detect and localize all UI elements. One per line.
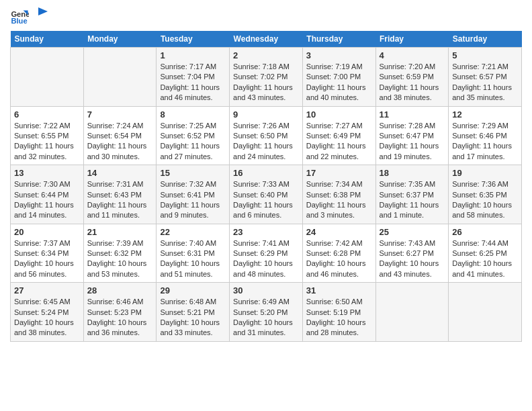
weekday-header-row: SundayMondayTuesdayWednesdayThursdayFrid… <box>11 31 522 48</box>
day-number: 28 <box>87 285 153 295</box>
day-number: 1 <box>160 50 226 60</box>
calendar-cell <box>11 48 84 107</box>
day-number: 24 <box>306 227 372 237</box>
day-info: Sunrise: 7:24 AM Sunset: 6:54 PM Dayligh… <box>87 121 153 163</box>
day-info: Sunrise: 7:21 AM Sunset: 6:57 PM Dayligh… <box>452 62 518 103</box>
calendar-cell: 9Sunrise: 7:26 AM Sunset: 6:50 PM Daylig… <box>230 106 303 165</box>
day-info: Sunrise: 7:36 AM Sunset: 6:35 PM Dayligh… <box>452 179 518 221</box>
weekday-header: Thursday <box>302 31 375 48</box>
day-info: Sunrise: 7:25 AM Sunset: 6:52 PM Dayligh… <box>160 121 226 163</box>
svg-text:Blue: Blue <box>11 17 27 25</box>
day-number: 12 <box>452 109 518 120</box>
calendar-cell: 30Sunrise: 6:49 AM Sunset: 5:20 PM Dayli… <box>230 283 303 342</box>
calendar-cell: 15Sunrise: 7:32 AM Sunset: 6:41 PM Dayli… <box>157 165 230 224</box>
calendar-cell: 29Sunrise: 6:48 AM Sunset: 5:21 PM Dayli… <box>157 283 230 342</box>
calendar-cell: 20Sunrise: 7:37 AM Sunset: 6:34 PM Dayli… <box>11 224 84 283</box>
calendar-cell: 21Sunrise: 7:39 AM Sunset: 6:32 PM Dayli… <box>83 224 157 283</box>
day-number: 25 <box>380 227 445 237</box>
day-number: 13 <box>14 168 80 178</box>
weekday-header: Tuesday <box>157 31 230 48</box>
day-number: 19 <box>452 168 518 178</box>
weekday-header: Monday <box>83 31 157 48</box>
day-info: Sunrise: 7:39 AM Sunset: 6:32 PM Dayligh… <box>87 238 153 280</box>
calendar-cell <box>375 283 449 342</box>
day-info: Sunrise: 7:19 AM Sunset: 7:00 PM Dayligh… <box>306 62 372 103</box>
weekday-header: Saturday <box>449 31 522 48</box>
calendar-cell: 23Sunrise: 7:41 AM Sunset: 6:29 PM Dayli… <box>230 224 303 283</box>
day-info: Sunrise: 7:41 AM Sunset: 6:29 PM Dayligh… <box>233 238 299 280</box>
day-info: Sunrise: 6:46 AM Sunset: 5:23 PM Dayligh… <box>87 297 153 338</box>
day-info: Sunrise: 7:18 AM Sunset: 7:02 PM Dayligh… <box>233 62 299 103</box>
calendar-cell: 16Sunrise: 7:33 AM Sunset: 6:40 PM Dayli… <box>230 165 303 224</box>
day-number: 9 <box>233 109 299 120</box>
calendar-cell: 11Sunrise: 7:28 AM Sunset: 6:47 PM Dayli… <box>375 106 449 165</box>
calendar-cell: 1Sunrise: 7:17 AM Sunset: 7:04 PM Daylig… <box>157 48 230 107</box>
logo: General Blue <box>10 7 50 26</box>
day-number: 2 <box>233 50 299 60</box>
calendar-cell: 27Sunrise: 6:45 AM Sunset: 5:24 PM Dayli… <box>11 283 84 342</box>
calendar-week-row: 27Sunrise: 6:45 AM Sunset: 5:24 PM Dayli… <box>11 283 522 342</box>
day-info: Sunrise: 7:30 AM Sunset: 6:44 PM Dayligh… <box>14 179 80 221</box>
calendar-cell: 22Sunrise: 7:40 AM Sunset: 6:31 PM Dayli… <box>157 224 230 283</box>
day-number: 14 <box>87 168 153 178</box>
day-number: 18 <box>380 168 445 178</box>
day-info: Sunrise: 7:22 AM Sunset: 6:55 PM Dayligh… <box>14 121 80 163</box>
day-number: 5 <box>452 50 518 60</box>
day-number: 26 <box>452 227 518 237</box>
calendar-cell: 12Sunrise: 7:29 AM Sunset: 6:46 PM Dayli… <box>449 106 522 165</box>
day-number: 30 <box>233 285 299 295</box>
calendar-cell: 28Sunrise: 6:46 AM Sunset: 5:23 PM Dayli… <box>83 283 157 342</box>
day-number: 6 <box>14 109 80 120</box>
day-info: Sunrise: 7:33 AM Sunset: 6:40 PM Dayligh… <box>233 179 299 221</box>
logo-icon: General Blue <box>10 7 29 26</box>
day-number: 23 <box>233 227 299 237</box>
day-info: Sunrise: 7:37 AM Sunset: 6:34 PM Dayligh… <box>14 238 80 280</box>
day-info: Sunrise: 7:44 AM Sunset: 6:25 PM Dayligh… <box>452 238 518 280</box>
calendar-cell: 17Sunrise: 7:34 AM Sunset: 6:38 PM Dayli… <box>302 165 375 224</box>
day-info: Sunrise: 7:17 AM Sunset: 7:04 PM Dayligh… <box>160 62 226 103</box>
calendar-cell: 7Sunrise: 7:24 AM Sunset: 6:54 PM Daylig… <box>83 106 157 165</box>
day-info: Sunrise: 7:35 AM Sunset: 6:37 PM Dayligh… <box>380 179 445 221</box>
day-number: 15 <box>160 168 226 178</box>
day-number: 29 <box>160 285 226 295</box>
calendar-cell: 31Sunrise: 6:50 AM Sunset: 5:19 PM Dayli… <box>302 283 375 342</box>
day-info: Sunrise: 7:20 AM Sunset: 6:59 PM Dayligh… <box>380 62 445 103</box>
day-number: 8 <box>160 109 226 120</box>
calendar-cell: 5Sunrise: 7:21 AM Sunset: 6:57 PM Daylig… <box>449 48 522 107</box>
day-number: 20 <box>14 227 80 237</box>
day-info: Sunrise: 7:28 AM Sunset: 6:47 PM Dayligh… <box>380 121 445 163</box>
calendar-cell: 3Sunrise: 7:19 AM Sunset: 7:00 PM Daylig… <box>302 48 375 107</box>
calendar-cell: 10Sunrise: 7:27 AM Sunset: 6:49 PM Dayli… <box>302 106 375 165</box>
calendar-cell: 24Sunrise: 7:42 AM Sunset: 6:28 PM Dayli… <box>302 224 375 283</box>
day-number: 31 <box>306 285 372 295</box>
day-info: Sunrise: 7:42 AM Sunset: 6:28 PM Dayligh… <box>306 238 372 280</box>
day-info: Sunrise: 6:45 AM Sunset: 5:24 PM Dayligh… <box>14 297 80 338</box>
calendar-cell: 25Sunrise: 7:43 AM Sunset: 6:27 PM Dayli… <box>375 224 449 283</box>
day-number: 7 <box>87 109 153 120</box>
calendar-week-row: 6Sunrise: 7:22 AM Sunset: 6:55 PM Daylig… <box>11 106 522 165</box>
day-number: 17 <box>306 168 372 178</box>
calendar-cell: 13Sunrise: 7:30 AM Sunset: 6:44 PM Dayli… <box>11 165 84 224</box>
calendar-cell: 4Sunrise: 7:20 AM Sunset: 6:59 PM Daylig… <box>375 48 449 107</box>
day-info: Sunrise: 7:43 AM Sunset: 6:27 PM Dayligh… <box>380 238 445 280</box>
day-info: Sunrise: 7:29 AM Sunset: 6:46 PM Dayligh… <box>452 121 518 163</box>
day-number: 3 <box>306 50 372 60</box>
calendar-week-row: 20Sunrise: 7:37 AM Sunset: 6:34 PM Dayli… <box>11 224 522 283</box>
page-header: General Blue <box>10 7 522 26</box>
weekday-header: Wednesday <box>230 31 303 48</box>
day-number: 21 <box>87 227 153 237</box>
calendar-cell: 18Sunrise: 7:35 AM Sunset: 6:37 PM Dayli… <box>375 165 449 224</box>
weekday-header: Sunday <box>11 31 84 48</box>
day-info: Sunrise: 7:31 AM Sunset: 6:43 PM Dayligh… <box>87 179 153 221</box>
calendar-cell: 19Sunrise: 7:36 AM Sunset: 6:35 PM Dayli… <box>449 165 522 224</box>
calendar-cell <box>449 283 522 342</box>
day-info: Sunrise: 7:40 AM Sunset: 6:31 PM Dayligh… <box>160 238 226 280</box>
calendar-week-row: 1Sunrise: 7:17 AM Sunset: 7:04 PM Daylig… <box>11 48 522 107</box>
day-info: Sunrise: 6:48 AM Sunset: 5:21 PM Dayligh… <box>160 297 226 338</box>
svg-marker-3 <box>38 7 48 15</box>
logo-flag-icon <box>36 6 50 21</box>
calendar-cell: 14Sunrise: 7:31 AM Sunset: 6:43 PM Dayli… <box>83 165 157 224</box>
calendar-table: SundayMondayTuesdayWednesdayThursdayFrid… <box>10 31 522 342</box>
day-info: Sunrise: 6:49 AM Sunset: 5:20 PM Dayligh… <box>233 297 299 338</box>
calendar-week-row: 13Sunrise: 7:30 AM Sunset: 6:44 PM Dayli… <box>11 165 522 224</box>
